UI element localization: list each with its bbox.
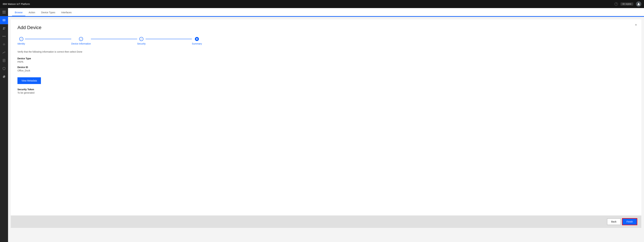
tab-action[interactable]: Action	[26, 9, 38, 16]
step-label-security: Security	[137, 42, 146, 45]
step-identity: ✓ Identity	[18, 37, 25, 45]
steps-wizard: ✓ Identity ✓ Device Information	[18, 37, 202, 45]
svg-rect-3	[3, 13, 4, 14]
tab-device-types[interactable]: Device Types	[38, 9, 58, 16]
step-circle-device-info: ✓	[79, 37, 83, 41]
panel-title: Add Device	[18, 25, 634, 30]
tab-browse[interactable]: Browse	[12, 9, 25, 16]
dot-icon-summary	[196, 38, 198, 40]
step-circle-identity: ✓	[19, 37, 23, 41]
sidebar-item-menu[interactable]	[0, 8, 8, 16]
sidebar-item-boards[interactable]	[0, 56, 8, 65]
field-device-id-label: Device ID	[18, 66, 634, 69]
help-button[interactable]: ?	[614, 2, 618, 6]
close-button[interactable]: ×	[633, 22, 639, 28]
svg-point-8	[4, 27, 5, 28]
page-content: × Add Device ✓ Identity	[8, 17, 644, 242]
top-navigation: IBM Watson IoT Platform ? ID: nrytnb	[0, 0, 644, 8]
field-device-type-label: Device Type	[18, 57, 634, 60]
field-device-type-value: PAPA	[18, 60, 634, 63]
field-device-id-value: Office_Duck	[18, 69, 634, 72]
step-connector-3	[146, 39, 192, 39]
step-circle-security: ✓	[139, 37, 144, 41]
app-title: IBM Watson IoT Platform	[3, 3, 30, 5]
step-circle-summary	[195, 37, 199, 41]
step-connector-1	[25, 39, 71, 39]
view-metadata-button[interactable]: View Metadata	[18, 77, 41, 84]
field-device-id: Device ID Office_Duck	[18, 66, 634, 72]
field-security-token-label: Security Token	[18, 88, 634, 91]
field-security-token-value: To be generated	[18, 91, 634, 94]
svg-rect-1	[3, 11, 4, 12]
sidebar	[0, 8, 8, 242]
step-security: ✓ Security	[137, 37, 146, 45]
svg-point-7	[3, 27, 4, 28]
main-layout: Browse Action Device Types Interfaces × …	[0, 8, 644, 242]
svg-point-10	[5, 36, 5, 37]
svg-point-0	[638, 3, 639, 4]
sidebar-item-settings[interactable]	[0, 73, 8, 81]
sidebar-item-apps[interactable]	[0, 40, 8, 48]
user-avatar[interactable]	[636, 1, 641, 7]
tab-bar: Browse Action Device Types Interfaces	[8, 8, 644, 16]
step-label-device-info: Device Information	[71, 42, 91, 45]
sidebar-item-security[interactable]	[0, 65, 8, 73]
sidebar-item-analytics[interactable]	[0, 48, 8, 56]
back-button[interactable]: Back	[607, 218, 621, 225]
user-id-bar: ID: nrytnb	[620, 3, 633, 6]
svg-rect-4	[4, 13, 5, 14]
content-area: Browse Action Device Types Interfaces × …	[8, 8, 644, 242]
svg-rect-2	[4, 11, 5, 12]
step-label-identity: Identity	[18, 42, 25, 45]
svg-point-12	[4, 44, 4, 45]
field-security-token: Security Token To be generated	[18, 88, 634, 94]
check-icon-device-info: ✓	[80, 38, 82, 40]
top-nav-right: ? ID: nrytnb	[614, 1, 641, 7]
add-device-panel: × Add Device ✓ Identity	[11, 20, 641, 228]
finish-button[interactable]: Finish	[622, 218, 637, 225]
check-icon-identity: ✓	[20, 38, 22, 40]
sidebar-item-members[interactable]	[0, 24, 8, 32]
svg-point-6	[4, 20, 4, 21]
step-summary: Summary	[192, 37, 202, 45]
field-device-type: Device Type PAPA	[18, 57, 634, 63]
check-icon-security: ✓	[140, 38, 142, 40]
tab-interfaces[interactable]: Interfaces	[58, 9, 74, 16]
form-description: Verify that the following information is…	[18, 50, 634, 53]
step-connector-2	[91, 39, 137, 39]
sidebar-item-connections[interactable]	[0, 32, 8, 40]
step-label-summary: Summary	[192, 42, 202, 45]
svg-point-9	[3, 36, 3, 37]
step-device-information: ✓ Device Information	[71, 37, 91, 45]
sidebar-item-devices[interactable]	[0, 16, 8, 24]
panel-body: Add Device ✓ Identity	[11, 20, 641, 113]
panel-footer: Back Finish	[11, 215, 641, 228]
